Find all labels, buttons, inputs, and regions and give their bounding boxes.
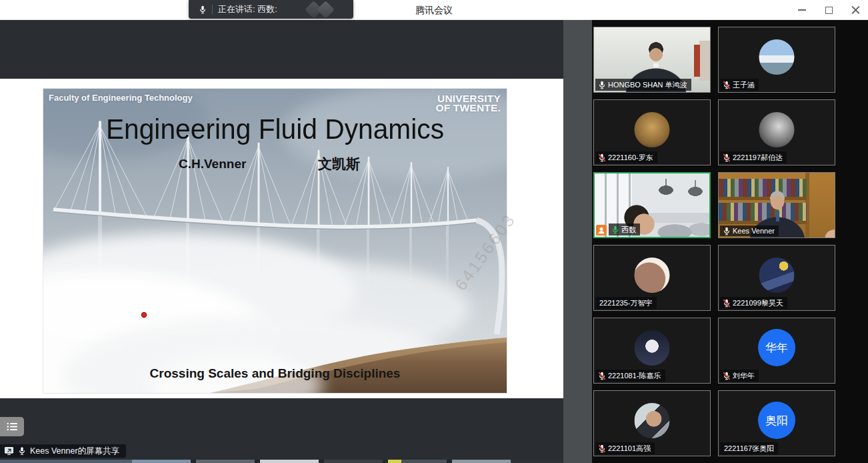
participant-tile[interactable]: HONGBO SHAN 单鸿波 xyxy=(593,27,711,93)
participant-name: 2221101高强 xyxy=(608,444,651,454)
participant-tile[interactable]: 2221081-陈嘉乐 xyxy=(593,318,711,384)
mic-icon xyxy=(199,5,207,14)
panel-divider[interactable] xyxy=(563,20,592,463)
participant-tile[interactable]: 王子涵 xyxy=(718,27,835,93)
title-bar: 腾讯会议 xyxy=(0,0,868,20)
laser-pointer-dot xyxy=(141,312,146,317)
participant-tile[interactable]: Kees Venner xyxy=(718,172,835,238)
taskbar-segment xyxy=(132,460,191,463)
participant-name-label: Kees Venner xyxy=(720,225,779,236)
mic-muted-icon xyxy=(723,81,731,89)
mic-muted-icon xyxy=(723,153,731,162)
taskbar-segment xyxy=(401,460,447,463)
window-controls xyxy=(793,0,864,20)
taskbar-segment xyxy=(388,460,401,463)
close-button[interactable] xyxy=(847,1,864,19)
presentation-slide: Faculty of Engineering Technology UNIVER… xyxy=(43,89,507,393)
maximize-icon xyxy=(825,7,833,14)
slide-author-zh: 文凯斯 xyxy=(318,155,360,173)
meeting-logo-icon xyxy=(317,1,335,19)
mic-muted-icon xyxy=(598,153,606,162)
participant-name-label: 2221235-万智宇 xyxy=(595,297,657,309)
toast-divider xyxy=(212,5,213,14)
participant-name-label: 2221099黎昊天 xyxy=(720,297,787,309)
participant-avatar xyxy=(635,112,670,147)
participant-name: 王子涵 xyxy=(733,80,755,90)
taskbar-segment xyxy=(0,460,132,463)
participant-name-label: 2221160-罗东 xyxy=(595,151,657,163)
taskbar-segment xyxy=(196,460,255,463)
participant-name: 2221167张奥阳 xyxy=(724,444,774,454)
participant-name-label: 2221101高强 xyxy=(595,442,655,454)
share-toast-label: Kees Venner的屏幕共享 xyxy=(30,446,119,457)
presenter-taskbar-strip xyxy=(0,460,563,463)
participant-name-label: HONGBO SHAN 单鸿波 xyxy=(595,79,691,91)
list-icon xyxy=(7,422,18,431)
mic-muted-icon xyxy=(598,444,606,453)
participant-name: 2221099黎昊天 xyxy=(733,298,783,308)
participant-tile[interactable]: 2221160-罗东 xyxy=(593,99,711,165)
participant-tile[interactable]: 西数 xyxy=(593,172,711,238)
mic-icon xyxy=(598,81,606,89)
participant-name-label: 2221197郝伯达 xyxy=(720,151,787,163)
slide-university-logo: UNIVERSITY OF TWENTE. xyxy=(435,94,501,112)
participant-name-label: 2221081-陈嘉乐 xyxy=(595,370,665,382)
speaking-toast: 正在讲话: 西数: xyxy=(189,0,353,19)
mic-muted-icon xyxy=(723,372,731,380)
participant-name-label: 西数 xyxy=(609,223,640,236)
participants-panel: HONGBO SHAN 单鸿波 王子涵 2221160-罗东 2221197郝伯… xyxy=(592,20,868,463)
participant-avatar: 华年 xyxy=(758,329,795,366)
participant-name-label: 王子涵 xyxy=(720,79,759,91)
maximize-button[interactable] xyxy=(820,1,837,19)
participant-tile[interactable]: 华年 刘华年 xyxy=(718,318,835,384)
participant-name: Kees Venner xyxy=(733,227,775,235)
participant-avatar xyxy=(759,112,795,147)
host-person-badge-icon xyxy=(596,225,607,236)
minimize-icon xyxy=(798,9,806,11)
participant-name-label: 2221167张奥阳 xyxy=(720,442,778,454)
participant-grid: HONGBO SHAN 单鸿波 王子涵 2221160-罗东 2221197郝伯… xyxy=(593,27,835,456)
app-title: 腾讯会议 xyxy=(0,5,868,17)
slide-faculty-text: Faculty of Engineering Technology xyxy=(49,93,193,103)
participant-name: 2221197郝伯达 xyxy=(733,153,783,163)
slide-thumbnails-toggle-button[interactable] xyxy=(0,417,24,436)
speaking-label: 正在讲话: 西数: xyxy=(218,3,277,15)
participant-name: 2221235-万智宇 xyxy=(599,298,653,308)
screen-share-icon xyxy=(4,446,14,456)
participant-avatar xyxy=(759,39,795,75)
taskbar-segment xyxy=(383,460,388,463)
mic-icon xyxy=(723,227,731,236)
participant-name-label: 刘华年 xyxy=(720,370,759,382)
minimize-button[interactable] xyxy=(793,1,811,19)
presenter-screen: Faculty of Engineering Technology UNIVER… xyxy=(0,79,563,398)
screen-share-area: Faculty of Engineering Technology UNIVER… xyxy=(0,20,563,463)
participant-tile[interactable]: 2221197郝伯达 xyxy=(718,99,835,165)
slide-title: Engineering Fluid Dynamics xyxy=(50,113,499,146)
close-icon xyxy=(851,6,860,15)
taskbar-segment xyxy=(255,460,260,463)
participant-name: 2221081-陈嘉乐 xyxy=(608,371,661,381)
participant-tile[interactable]: 2221101高强 xyxy=(593,390,711,456)
participant-avatar xyxy=(635,330,670,366)
participant-tile[interactable]: 2221235-万智宇 xyxy=(593,245,711,311)
taskbar-segment xyxy=(447,460,452,463)
taskbar-segment xyxy=(260,460,319,463)
participant-name: HONGBO SHAN 单鸿波 xyxy=(608,80,687,90)
participant-avatar xyxy=(635,403,670,438)
participant-avatar: 奥阳 xyxy=(758,402,795,439)
participant-name: 2221160-罗东 xyxy=(608,153,653,163)
participant-avatar xyxy=(635,258,670,293)
app-window: Faculty of Engineering Technology UNIVER… xyxy=(0,0,868,463)
mic-icon xyxy=(611,225,619,234)
slide-author-en: C.H.Venner xyxy=(179,157,246,171)
university-line2: OF TWENTE. xyxy=(435,103,501,113)
participant-tile[interactable]: 2221099黎昊天 xyxy=(718,245,835,311)
mic-muted-icon xyxy=(723,299,731,308)
taskbar-segment xyxy=(511,460,562,463)
taskbar-segment xyxy=(191,460,196,463)
taskbar-segment xyxy=(324,460,383,463)
slide-subtitle: Crossing Scales and Bridging Disciplines xyxy=(43,366,507,381)
taskbar-segment xyxy=(319,460,324,463)
mic-muted-icon xyxy=(598,372,606,380)
participant-tile[interactable]: 奥阳2221167张奥阳 xyxy=(718,390,835,456)
